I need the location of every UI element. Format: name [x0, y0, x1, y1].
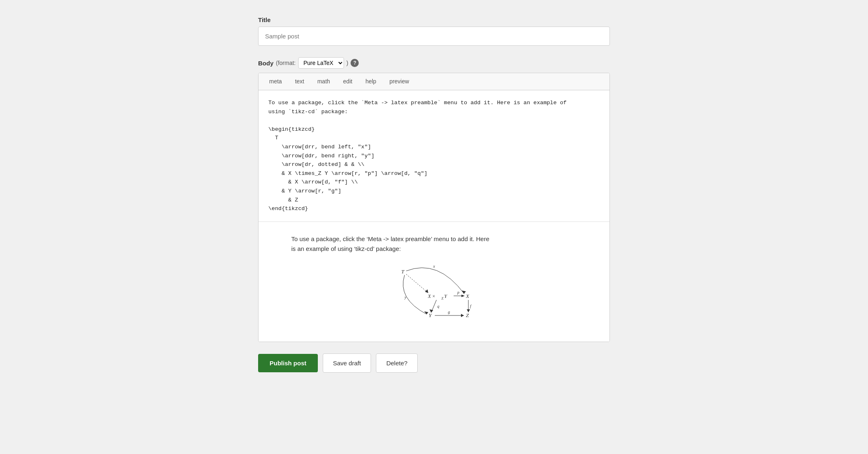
svg-marker-12 [425, 289, 428, 293]
preview-area: To use a package, click the ‘Meta -> lat… [259, 222, 609, 342]
svg-text:q: q [437, 304, 439, 309]
delete-button[interactable]: Delete? [376, 353, 418, 373]
tikzcd-diagram: T X × Z Y X Y Z X (bend left, labeled x)… [397, 266, 487, 325]
body-section: Body (format: Pure LaTeX Markdown HTML )… [258, 57, 610, 342]
svg-text:Y: Y [429, 312, 432, 318]
tab-meta[interactable]: meta [263, 73, 288, 90]
svg-marker-19 [467, 309, 470, 312]
svg-marker-7 [462, 291, 466, 294]
publish-button[interactable]: Publish post [258, 354, 318, 372]
diagram-container: T X × Z Y X Y Z X (bend left, labeled x)… [291, 262, 593, 329]
editor-container: meta text math edit help preview To use … [258, 73, 610, 342]
tab-help[interactable]: help [359, 73, 382, 90]
title-label: Title [258, 16, 610, 23]
action-bar: Publish post Save draft Delete? [258, 353, 610, 373]
svg-marker-22 [461, 314, 464, 317]
tab-edit[interactable]: edit [337, 73, 359, 90]
svg-text:Z: Z [466, 312, 469, 318]
help-icon[interactable]: ? [351, 59, 359, 67]
editor-tabs: meta text math edit help preview [259, 73, 609, 90]
title-input[interactable] [258, 27, 610, 46]
body-label: Body [258, 60, 274, 67]
svg-text:g: g [448, 310, 450, 314]
svg-text:X: X [465, 293, 470, 299]
code-editor[interactable]: To use a package, click the `Meta -> lat… [259, 90, 609, 222]
svg-text:Z: Z [441, 296, 444, 300]
page-wrapper: Title Body (format: Pure LaTeX Markdown … [250, 0, 618, 397]
svg-text:X ×: X × [427, 293, 435, 299]
svg-text:x: x [433, 264, 435, 268]
body-header: Body (format: Pure LaTeX Markdown HTML )… [258, 57, 610, 69]
preview-line1: To use a package, click the ‘Meta -> lat… [291, 235, 489, 242]
svg-text:p: p [457, 290, 459, 295]
save-draft-button[interactable]: Save draft [323, 353, 371, 373]
tab-text[interactable]: text [288, 73, 311, 90]
tab-math[interactable]: math [311, 73, 337, 90]
svg-line-11 [406, 274, 428, 293]
tab-preview[interactable]: preview [383, 73, 416, 90]
format-prefix: (format: [276, 60, 296, 66]
title-section: Title [258, 16, 610, 46]
svg-text:Y: Y [444, 293, 447, 299]
preview-text: To use a package, click the ‘Meta -> lat… [291, 234, 593, 254]
preview-line2: is an example of using ‘tikz-cd’ package… [291, 245, 401, 252]
svg-text:T: T [401, 268, 405, 275]
format-select[interactable]: Pure LaTeX Markdown HTML [298, 57, 344, 69]
format-suffix: ) [346, 60, 349, 66]
svg-text:y: y [404, 295, 407, 300]
svg-text:f: f [470, 304, 472, 309]
